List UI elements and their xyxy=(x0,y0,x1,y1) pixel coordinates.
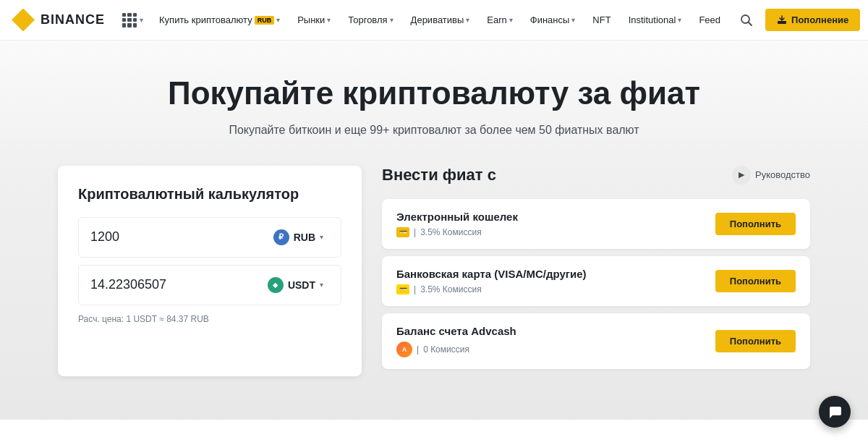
calculator-card: Криптовалютный калькулятор 1200 ₽ RUB ▾ … xyxy=(58,166,362,376)
ewallet-deposit-button[interactable]: Пополнить xyxy=(715,213,796,235)
deposit-method-bankcard: Банковская карта (VISA/MC/другие) 💳 | 3.… xyxy=(382,256,810,306)
usdt-currency-icon: ◆ xyxy=(268,277,284,293)
nav-item-finance[interactable]: Финансы ▾ xyxy=(523,10,583,30)
from-currency-chevron-icon: ▾ xyxy=(320,233,323,241)
search-icon xyxy=(740,14,753,27)
nav-item-feed[interactable]: Feed xyxy=(692,10,728,30)
guide-label: Руководство xyxy=(755,169,810,180)
chat-icon xyxy=(827,404,843,420)
deposit-icon xyxy=(777,15,787,25)
guide-button[interactable]: ▶ Руководство xyxy=(732,166,810,185)
apps-grid-icon xyxy=(122,13,137,27)
to-currency-code: USDT xyxy=(288,279,315,291)
deposit-method-ewallet: Электронный кошелек 💳 | 3.5% Комиссия По… xyxy=(382,199,810,249)
hero-title: Покупайте криптовалюту за фиат xyxy=(14,75,854,112)
fiat-section: Внести фиат с ▶ Руководство Электронный … xyxy=(382,166,810,376)
apps-menu-button[interactable]: ▾ xyxy=(116,9,149,32)
play-icon: ▶ xyxy=(732,166,751,185)
hero-subtitle: Покупайте биткоин и еще 99+ криптовалют … xyxy=(14,124,854,137)
chat-bubble-button[interactable] xyxy=(819,396,851,428)
advcash-info: Баланс счета Advcash A | 0 Комиссия xyxy=(396,325,707,357)
chevron-down-icon: ▾ xyxy=(571,16,575,24)
nav-item-institutional[interactable]: Institutional ▾ xyxy=(621,10,689,30)
nav-item-buy-crypto[interactable]: Купить криптовалюту RUB ▾ xyxy=(152,10,287,30)
chevron-down-icon: ▾ xyxy=(509,16,513,24)
to-currency-selector[interactable]: ◆ USDT ▾ xyxy=(262,274,329,296)
hero-section: Покупайте криптовалюту за фиат Покупайте… xyxy=(0,41,868,166)
deposit-method-advcash: Баланс счета Advcash A | 0 Комиссия Попо… xyxy=(382,313,810,369)
navbar: BINANCE ▾ Купить криптовалюту RUB ▾ Рынк… xyxy=(0,0,868,41)
bankcard-fee-icon: 💳 xyxy=(396,284,409,294)
nav-item-earn[interactable]: Earn ▾ xyxy=(480,10,519,30)
logo-icon xyxy=(12,9,35,32)
calculator-title: Криптовалютный калькулятор xyxy=(78,186,341,203)
bankcard-fee: 💳 | 3.5% Комиссия xyxy=(396,284,707,294)
chevron-down-icon: ▾ xyxy=(678,16,681,24)
advcash-fee: A | 0 Комиссия xyxy=(396,342,707,357)
from-amount-value[interactable]: 1200 xyxy=(90,229,268,245)
apps-chevron-icon: ▾ xyxy=(140,16,143,24)
fiat-header: Внести фиат с ▶ Руководство xyxy=(382,166,810,185)
search-button[interactable] xyxy=(733,7,760,33)
nav-right-actions: Пополнение xyxy=(733,7,868,33)
chevron-down-icon: ▾ xyxy=(276,16,280,24)
rub-currency-icon: ₽ xyxy=(273,229,289,245)
deposit-button[interactable]: Пополнение xyxy=(765,9,860,31)
chevron-down-icon: ▾ xyxy=(327,16,331,24)
nav-item-trade[interactable]: Торговля ▾ xyxy=(341,10,400,30)
svg-line-1 xyxy=(749,22,752,25)
from-input-group: 1200 ₽ RUB ▾ xyxy=(78,217,341,258)
bankcard-name: Банковская карта (VISA/MC/другие) xyxy=(396,268,707,280)
to-amount-value[interactable]: 14.22306507 xyxy=(90,277,262,292)
logo-text: BINANCE xyxy=(41,12,105,27)
ewallet-fee-text: 3.5% Комиссия xyxy=(420,227,482,237)
bankcard-deposit-button[interactable]: Пополнить xyxy=(715,270,796,292)
bankcard-info: Банковская карта (VISA/MC/другие) 💳 | 3.… xyxy=(396,268,707,294)
chevron-down-icon: ▾ xyxy=(466,16,469,24)
from-currency-selector[interactable]: ₽ RUB ▾ xyxy=(268,226,329,248)
nav-item-markets[interactable]: Рынки ▾ xyxy=(290,10,338,30)
main-content: Криптовалютный калькулятор 1200 ₽ RUB ▾ … xyxy=(0,166,868,420)
advcash-icon: A xyxy=(396,342,412,357)
chevron-down-icon: ▾ xyxy=(390,16,393,24)
advcash-name: Баланс счета Advcash xyxy=(396,325,707,337)
price-note: Расч. цена: 1 USDT ≈ 84.37 RUB xyxy=(78,314,341,324)
advcash-deposit-button[interactable]: Пополнить xyxy=(715,330,796,352)
ewallet-fee: 💳 | 3.5% Комиссия xyxy=(396,227,707,237)
ewallet-fee-icon: 💳 xyxy=(396,227,409,237)
nav-item-derivatives[interactable]: Деривативы ▾ xyxy=(404,10,477,30)
ewallet-name: Электронный кошелек xyxy=(396,211,707,223)
logo[interactable]: BINANCE xyxy=(12,9,105,32)
svg-rect-2 xyxy=(778,21,786,24)
nav-item-nft[interactable]: NFT xyxy=(585,10,618,30)
to-currency-chevron-icon: ▾ xyxy=(320,281,323,289)
ewallet-info: Электронный кошелек 💳 | 3.5% Комиссия xyxy=(396,211,707,237)
from-currency-code: RUB xyxy=(294,232,315,243)
bankcard-fee-text: 3.5% Комиссия xyxy=(420,284,482,294)
to-input-group: 14.22306507 ◆ USDT ▾ xyxy=(78,265,341,305)
fiat-title: Внести фиат с xyxy=(382,166,496,185)
advcash-fee-text: 0 Комиссия xyxy=(423,344,469,355)
